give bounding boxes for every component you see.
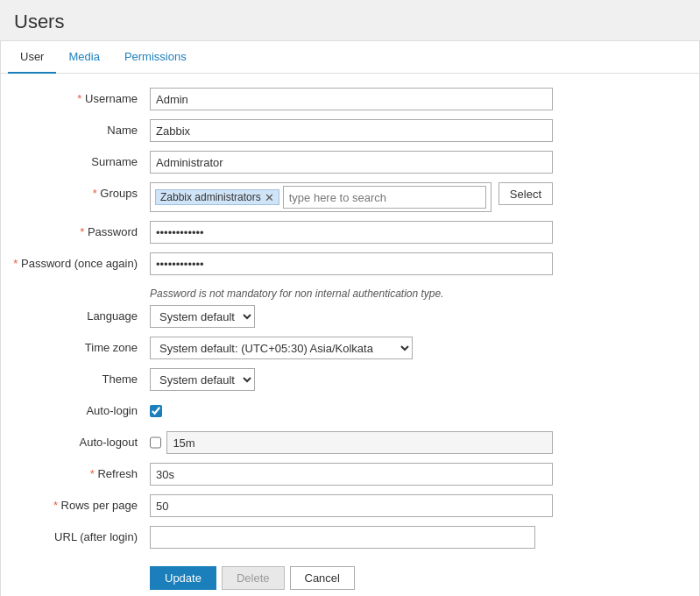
rows-input[interactable]: [150, 494, 553, 517]
password-field-wrap: [150, 221, 553, 244]
autologout-input: [166, 431, 553, 454]
password-again-row: Password (once again): [1, 252, 699, 275]
language-select[interactable]: System default: [150, 305, 255, 328]
delete-button: Delete: [222, 566, 285, 590]
groups-label: Groups: [10, 182, 150, 200]
rows-row: Rows per page: [1, 494, 699, 517]
timezone-select[interactable]: System default: (UTC+05:30) Asia/Kolkata: [150, 337, 413, 359]
autologin-field-wrap: [150, 400, 553, 422]
groups-row-inner: Zabbix administrators ✕ Select: [150, 182, 553, 212]
groups-search-input[interactable]: [283, 186, 486, 209]
autologin-checkbox-wrap: [150, 400, 553, 422]
cancel-button[interactable]: Cancel: [290, 566, 355, 590]
username-input[interactable]: [150, 88, 553, 110]
tab-user[interactable]: User: [8, 41, 56, 74]
surname-row: Surname: [1, 151, 699, 174]
language-row: Language System default: [1, 305, 699, 328]
language-field-wrap: System default: [150, 305, 553, 328]
form-body: Username Name Surname Groups: [1, 74, 699, 596]
autologout-label: Auto-logout: [10, 431, 150, 449]
autologin-checkbox[interactable]: [150, 405, 162, 417]
form-buttons: Update Delete Cancel: [1, 557, 699, 596]
surname-field-wrap: [150, 151, 553, 174]
username-field-wrap: [150, 88, 553, 110]
password-hint: Password is not mandatory for non intern…: [1, 284, 699, 305]
url-row: URL (after login): [1, 526, 699, 549]
refresh-field-wrap: [150, 463, 553, 486]
refresh-row: Refresh: [1, 463, 699, 486]
password-input[interactable]: [150, 221, 553, 244]
page-header: Users: [0, 0, 700, 40]
group-tag-remove[interactable]: ✕: [265, 192, 274, 203]
autologout-wrap: [150, 431, 553, 454]
username-label: Username: [10, 88, 150, 105]
groups-container[interactable]: Zabbix administrators ✕: [150, 182, 491, 212]
autologin-label: Auto-login: [10, 400, 150, 417]
refresh-input[interactable]: [150, 463, 553, 486]
refresh-label: Refresh: [10, 463, 150, 480]
select-button[interactable]: Select: [498, 182, 553, 205]
groups-row: Groups Zabbix administrators ✕ Select: [1, 182, 699, 212]
username-row: Username: [1, 88, 699, 110]
name-field-wrap: [150, 119, 553, 142]
tab-bar: User Media Permissions: [1, 41, 699, 74]
url-field-wrap: [150, 526, 553, 549]
rows-label: Rows per page: [10, 494, 150, 512]
group-tag: Zabbix administrators ✕: [155, 189, 279, 205]
theme-label: Theme: [10, 368, 150, 386]
url-input[interactable]: [150, 526, 535, 549]
url-label: URL (after login): [10, 526, 150, 543]
theme-select[interactable]: System default: [150, 368, 255, 391]
password-label: Password: [10, 221, 150, 238]
rows-field-wrap: [150, 494, 553, 517]
main-content: User Media Permissions Username Name Sur…: [0, 40, 700, 596]
autologin-row: Auto-login: [1, 400, 699, 422]
tab-media[interactable]: Media: [56, 41, 111, 74]
password-again-input[interactable]: [150, 252, 553, 275]
autologout-field-wrap: [150, 431, 553, 454]
groups-field-wrap: Zabbix administrators ✕ Select: [150, 182, 553, 212]
name-label: Name: [10, 119, 150, 137]
password-again-field-wrap: [150, 252, 553, 275]
surname-input[interactable]: [150, 151, 553, 174]
password-row: Password: [1, 221, 699, 244]
autologout-checkbox[interactable]: [150, 436, 161, 449]
tab-permissions[interactable]: Permissions: [112, 41, 199, 74]
name-input[interactable]: [150, 119, 553, 142]
language-label: Language: [10, 305, 150, 323]
timezone-label: Time zone: [10, 337, 150, 354]
theme-field-wrap: System default: [150, 368, 553, 391]
page-title: Users: [14, 11, 686, 33]
update-button[interactable]: Update: [150, 566, 216, 590]
group-tag-label: Zabbix administrators: [160, 191, 261, 203]
autologout-row: Auto-logout: [1, 431, 699, 454]
name-row: Name: [1, 119, 699, 142]
theme-row: Theme System default: [1, 368, 699, 391]
password-again-label: Password (once again): [10, 252, 150, 270]
timezone-row: Time zone System default: (UTC+05:30) As…: [1, 337, 699, 359]
surname-label: Surname: [10, 151, 150, 168]
timezone-field-wrap: System default: (UTC+05:30) Asia/Kolkata: [150, 337, 553, 359]
